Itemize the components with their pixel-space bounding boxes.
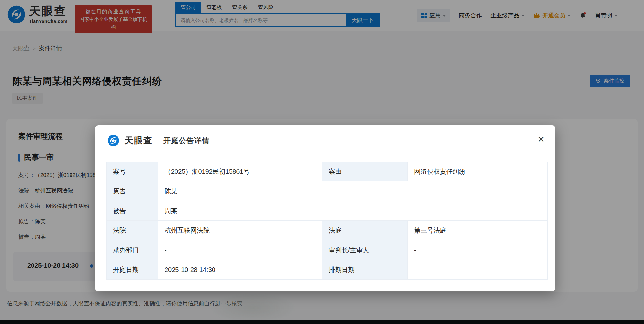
close-icon[interactable]: ✕ xyxy=(537,135,545,143)
table-value-cell: - xyxy=(158,240,322,260)
table-row: 承办部门-审判长/主审人- xyxy=(107,240,548,260)
table-label-cell: 原告 xyxy=(107,181,158,201)
table-value-cell: - xyxy=(408,260,548,280)
table-value-cell: - xyxy=(408,240,548,260)
table-label-cell: 排期日期 xyxy=(322,260,408,280)
table-label-cell: 案号 xyxy=(107,162,158,181)
modal-table-body: 案号（2025）浙0192民初15861号案由网络侵权责任纠纷原告陈某被告周某法… xyxy=(107,162,548,280)
table-value-cell: （2025）浙0192民初15861号 xyxy=(158,162,322,181)
modal-title: 开庭公告详情 xyxy=(163,136,210,146)
table-label-cell: 被告 xyxy=(107,201,158,221)
tianyancha-logo-icon xyxy=(107,134,119,147)
table-label-cell: 开庭日期 xyxy=(107,260,158,280)
table-label-cell: 审判长/主审人 xyxy=(322,240,408,260)
table-value-cell: 陈某 xyxy=(158,181,548,201)
table-row: 开庭日期2025-10-28 14:30排期日期- xyxy=(107,260,548,280)
table-label-cell: 承办部门 xyxy=(107,240,158,260)
page: 天眼查 TianYanCha.com 都在用的商业查询工具 国家中小企业发展子基… xyxy=(0,0,644,324)
table-row: 原告陈某 xyxy=(107,181,548,201)
divider xyxy=(158,136,158,145)
table-row: 案号（2025）浙0192民初15861号案由网络侵权责任纠纷 xyxy=(107,162,548,181)
modal-header: 天眼查 开庭公告详情 xyxy=(107,134,210,147)
table-value-cell: 周某 xyxy=(158,201,548,221)
hearing-detail-modal: 天眼查 开庭公告详情 ✕ 案号（2025）浙0192民初15861号案由网络侵权… xyxy=(95,125,555,291)
table-label-cell: 法院 xyxy=(107,221,158,240)
table-value-cell: 网络侵权责任纠纷 xyxy=(408,162,548,181)
table-value-cell: 杭州互联网法院 xyxy=(158,221,322,240)
table-label-cell: 法庭 xyxy=(322,221,408,240)
hearing-detail-table: 案号（2025）浙0192民初15861号案由网络侵权责任纠纷原告陈某被告周某法… xyxy=(106,162,548,280)
table-value-cell: 第三号法庭 xyxy=(408,221,548,240)
modal-brand-name: 天眼查 xyxy=(125,135,153,146)
table-value-cell: 2025-10-28 14:30 xyxy=(158,260,322,280)
table-label-cell: 案由 xyxy=(322,162,408,181)
table-row: 被告周某 xyxy=(107,201,548,221)
table-row: 法院杭州互联网法院法庭第三号法庭 xyxy=(107,221,548,240)
